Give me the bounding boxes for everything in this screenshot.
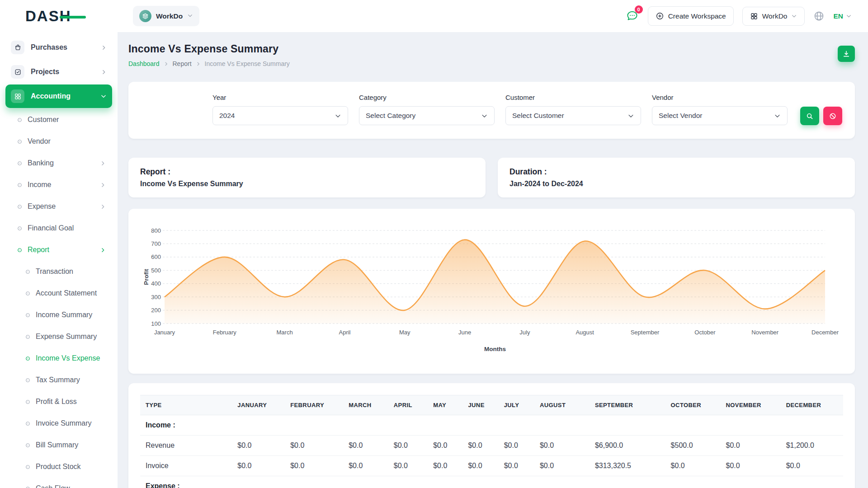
report-card-title: Report : [140,167,474,177]
sidebar-item-bill-summary[interactable]: Bill Summary [5,434,112,456]
sidebar-item-report[interactable]: Report [5,239,112,261]
sidebar-subitem-label: Banking [28,159,54,167]
chevron-down-icon [187,12,193,20]
filter-group-vendor: Vendor Select Vendor [652,94,788,125]
messages-button[interactable]: 0 [625,9,639,24]
sidebar-item-projects[interactable]: Projects [5,60,112,84]
x-tick-label: February [213,329,237,336]
app-root: DASH Purchases Projects Accounting Custo… [0,0,868,488]
cell-value: $0.0 [462,436,498,456]
create-workspace-button[interactable]: Create Workspace [648,6,734,26]
x-tick-label: July [519,329,530,336]
sidebar-item-accounting[interactable]: Accounting [5,84,112,108]
chevron-down-icon [774,113,781,119]
select-value: Select Customer [512,112,564,120]
cell-value: $313,320.5 [590,456,665,476]
sidebar-item-income-vs-expense[interactable]: Income Vs Expense [5,347,112,369]
topbar-actions: 0 Create Workspace WorkDo EN [625,6,852,26]
sidebar-item-income[interactable]: Income [5,174,112,196]
circle-dot-icon [17,183,22,188]
x-tick-label: January [154,329,175,336]
circle-dot-icon [17,226,22,231]
sidebar-item-product-stock[interactable]: Product Stock [5,456,112,478]
filter-group-customer: Customer Select Customer [505,94,641,125]
cell-value: $0.0 [285,456,343,476]
language-label: EN [833,12,843,20]
table-section-row: Expense : [140,476,843,488]
sidebar-item-invoice-summary[interactable]: Invoice Summary [5,413,112,434]
sidebar-item-account-statement[interactable]: Account Statement [5,282,112,304]
x-tick-label: December [811,329,839,336]
filter-card: Year 2024 Category Select Category Custo… [128,82,855,139]
plus-circle-icon [656,12,664,20]
chevron-right-icon [100,247,106,253]
workspace-switcher[interactable]: WorkDo [133,6,199,26]
vendor-select[interactable]: Select Vendor [652,106,788,125]
report-table: TYPEJANUARYFEBRUARYMARCHAPRILMAYJUNEJULY… [140,395,843,488]
circle-dot-icon [17,117,22,122]
sidebar-item-profit-loss[interactable]: Profit & Loss [5,391,112,413]
column-header-october: OCTOBER [665,395,721,415]
circle-dot-icon [17,248,22,253]
cell-value: $0.0 [721,456,781,476]
row-label: Revenue [140,436,232,456]
sidebar-item-purchases[interactable]: Purchases [5,36,112,59]
download-icon [842,50,850,58]
sidebar-item-expense[interactable]: Expense [5,196,112,217]
cell-value: $0.0 [428,456,462,476]
cell-value: $0.0 [462,456,498,476]
circle-dot-icon [25,334,30,339]
breadcrumb-item-dashboard[interactable]: Dashboard [128,60,160,67]
column-header-june: JUNE [462,395,498,415]
x-tick-label: November [751,329,779,336]
sidebar-item-transaction[interactable]: Transaction [5,261,112,282]
table-section-row: Income : [140,415,843,436]
sidebar-item-label: Projects [31,68,59,76]
year-select[interactable]: 2024 [212,106,348,125]
sidebar-subitem-label: Invoice Summary [36,419,92,427]
cell-value: $0.0 [285,436,343,456]
breadcrumb: DashboardReportIncome Vs Expense Summary [128,60,290,67]
workdo-menu-button[interactable]: WorkDo [742,7,805,26]
duration-summary-card: Duration : Jan-2024 to Dec-2024 [498,158,855,197]
reset-filter-icon [829,112,837,120]
sidebar: DASH Purchases Projects Accounting Custo… [0,0,118,488]
sidebar-subitem-label: Cash Flow [36,484,70,488]
app-logo[interactable]: DASH [5,0,112,32]
sidebar-item-vendor[interactable]: Vendor [5,131,112,152]
globe-icon[interactable] [813,10,825,22]
sidebar-item-banking[interactable]: Banking [5,152,112,174]
column-header-july: JULY [499,395,534,415]
filter-group-year: Year 2024 [212,94,348,125]
sidebar-item-expense-summary[interactable]: Expense Summary [5,326,112,347]
sidebar-item-tax-summary[interactable]: Tax Summary [5,369,112,391]
circle-dot-icon [25,421,30,426]
x-axis-title: Months [484,346,506,352]
breadcrumb-item-report[interactable]: Report [173,60,192,67]
language-selector[interactable]: EN [833,12,852,20]
sidebar-item-customer[interactable]: Customer [5,109,112,131]
breadcrumb-item-income-vs-expense-summary: Income Vs Expense Summary [205,60,290,67]
sidebar-item-income-summary[interactable]: Income Summary [5,304,112,326]
profit-chart: 100200300400500600700800 JanuaryFebruary… [142,222,841,358]
sidebar-subitem-label: Income Vs Expense [36,354,100,362]
y-tick-label: 500 [151,267,161,274]
customer-select[interactable]: Select Customer [505,106,641,125]
apply-filter-button[interactable] [800,107,819,125]
workdo-menu-label: WorkDo [762,12,788,20]
logo-accent [60,16,86,19]
category-select[interactable]: Select Category [359,106,495,125]
download-button[interactable] [838,46,855,62]
sidebar-item-cash-flow[interactable]: Cash Flow [5,478,112,488]
reset-filter-button[interactable] [823,107,842,125]
y-tick-label: 700 [151,240,161,247]
sidebar-item-financial-goal[interactable]: Financial Goal [5,217,112,239]
table-card: TYPEJANUARYFEBRUARYMARCHAPRILMAYJUNEJULY… [128,383,855,488]
filter-buttons [800,107,842,125]
column-header-august: AUGUST [534,395,590,415]
create-workspace-label: Create Workspace [668,12,726,20]
x-tick-label: October [694,329,716,336]
y-axis-title: Profit [143,269,150,285]
x-tick-label: June [458,329,471,336]
sidebar-subitem-label: Bill Summary [36,441,78,449]
